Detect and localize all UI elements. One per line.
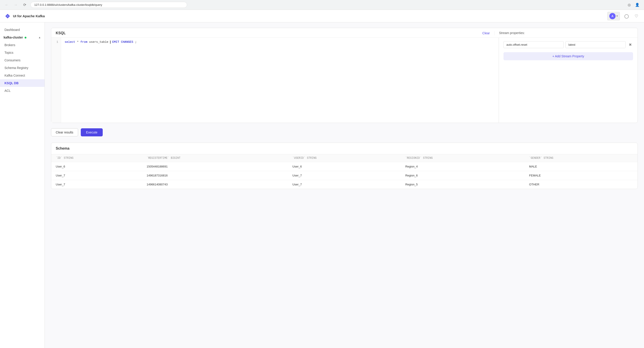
sidebar-cluster[interactable]: kafka-cluster ▲ [0,34,44,41]
forward-button[interactable]: → [12,2,19,8]
browser-chrome: ← → ⟳ 127.0.0.1:8888/ui/clusters/kafka-c… [0,0,644,10]
chevron-down-icon: ▾ [616,15,618,18]
col-header-regionid: `REGIONID` STRING [401,154,524,162]
cell-regionid: Region_4 [401,162,524,171]
sidebar-item-kafka-connect[interactable]: Kafka Connect [0,72,44,79]
line-numbers: 1 [51,38,61,123]
cell-gender: MALE [525,162,638,171]
stream-properties-panel: ✖ + Add Stream Property [499,38,638,123]
github-icon[interactable]: ◯ [624,13,630,19]
sidebar: Dashboard kafka-cluster ▲ Brokers Topics… [0,23,45,348]
help-icon[interactable]: ♡ [633,13,640,19]
address-bar[interactable]: 127.0.0.1:8888/ui/clusters/kafka-cluster… [30,2,187,8]
col-header-id: `ID` STRING [51,154,142,162]
ksql-editor[interactable]: select * from users_table EMIT CHANGES ; [61,38,498,123]
user-menu-button[interactable]: A ▾ [607,12,620,20]
cursor [110,41,110,44]
sidebar-item-ksqldb[interactable]: KSQL DB [0,79,44,87]
cell-registertime: 1505448188691 [142,162,288,171]
sidebar-sub: Brokers Topics Consumers Schema Registry… [0,41,44,95]
col-header-gender: `GENDER` STRING [525,154,638,162]
table-row: User_61505448188691User_6Region_4MALE [51,162,638,171]
chevron-up-icon: ▲ [38,36,41,39]
cell-regionid: Region_6 [401,171,524,180]
logo-icon [4,13,11,19]
col-header-userid: `USERID` STRING [288,154,401,162]
query-star: * [77,40,80,44]
ksql-title: KSQL [56,31,66,35]
sidebar-item-dashboard[interactable]: Dashboard [0,26,44,34]
cell-regionid: Region_5 [401,180,524,189]
sidebar-item-consumers[interactable]: Consumers [0,57,44,64]
remove-property-button[interactable]: ✖ [628,42,633,47]
stream-property-row: ✖ [504,41,633,48]
app-logo: UI for Apache Kafka [4,13,45,19]
sidebar-item-brokers[interactable]: Brokers [0,41,44,49]
cell-id: User_7 [51,171,142,180]
schema-title: Schema [51,143,638,154]
keyword-select: select [65,40,75,44]
profile-button[interactable]: 👤 [634,2,640,8]
keyword-from: from [80,40,87,44]
header-right: A ▾ ◯ ♡ [607,12,640,20]
query-semicolon: ; [135,40,137,44]
ksql-section: KSQL Clear Stream properties: 1 [51,28,638,123]
cell-userid: User_6 [288,162,401,171]
cell-registertime: 1496187316816 [142,171,288,180]
clear-results-button[interactable]: Clear results [51,128,78,136]
app-header: UI for Apache Kafka A ▾ ◯ ♡ [0,10,644,23]
page-content: KSQL Clear Stream properties: 1 [45,23,644,348]
schema-section: Schema `ID` STRING `REGISTERTIME` BIGINT… [51,143,638,189]
table-row: User_71496614080743User_7Region_5OTHER [51,180,638,189]
sidebar-item-schema-registry[interactable]: Schema Registry [0,64,44,72]
back-button[interactable]: ← [4,2,10,8]
cluster-status-dot [24,37,26,39]
table-header-row: `ID` STRING `REGISTERTIME` BIGINT `USERI… [51,154,638,162]
cell-id: User_7 [51,180,142,189]
extensions-button[interactable]: ◎ [626,2,632,8]
action-buttons: Clear results Execute [51,128,638,136]
cell-userid: User_7 [288,171,401,180]
table-row: User_71496187316816User_7Region_6FEMALE [51,171,638,180]
avatar: A [609,13,616,19]
app-title: UI for Apache Kafka [13,14,45,18]
table-name: users_table [89,40,108,44]
sidebar-item-acl[interactable]: ACL [0,87,44,95]
stream-properties-title: Stream properties: [499,31,525,35]
url-text: 127.0.0.1:8888/ui/clusters/kafka-cluster… [34,3,102,7]
cell-userid: User_7 [288,180,401,189]
cluster-name: kafka-cluster [4,36,26,39]
reload-button[interactable]: ⟳ [22,2,28,8]
add-stream-property-button[interactable]: + Add Stream Property [504,52,633,60]
sidebar-item-topics[interactable]: Topics [0,49,44,57]
schema-table: `ID` STRING `REGISTERTIME` BIGINT `USERI… [51,154,638,189]
keyword-emit: EMIT [112,40,119,44]
property-key-input[interactable] [504,41,564,48]
execute-button[interactable]: Execute [81,128,103,136]
app-wrapper: UI for Apache Kafka A ▾ ◯ ♡ Dashboard ka… [0,10,644,348]
keyword-changes: CHANGES [121,40,133,44]
cell-gender: FEMALE [525,171,638,180]
main-content: Dashboard kafka-cluster ▲ Brokers Topics… [0,23,644,348]
cell-id: User_6 [51,162,142,171]
cell-registertime: 1496614080743 [142,180,288,189]
col-header-registertime: `REGISTERTIME` BIGINT [142,154,288,162]
browser-actions: ◎ 👤 [626,2,640,8]
clear-button[interactable]: Clear [482,31,490,35]
property-value-input[interactable] [566,41,626,48]
cell-gender: OTHER [525,180,638,189]
ksql-header: KSQL Clear Stream properties: [51,28,638,38]
